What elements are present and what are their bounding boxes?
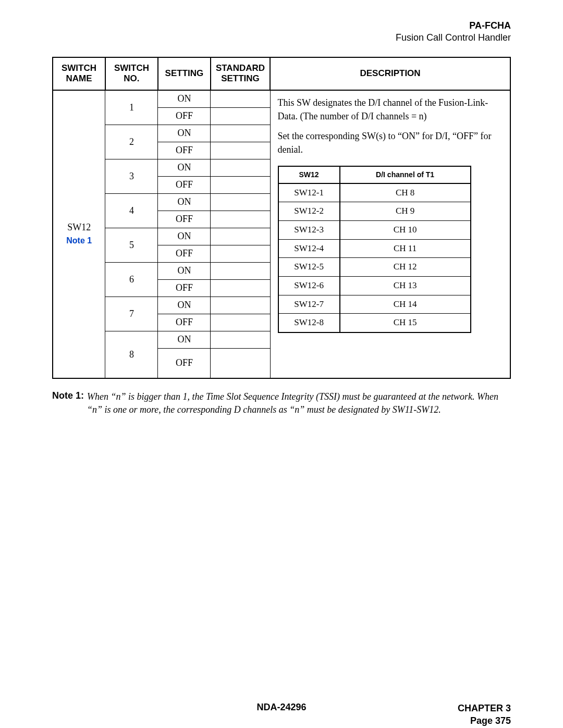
note-1-link[interactable]: Note 1 [66, 236, 92, 245]
header-subtitle: Fusion Call Control Handler [52, 32, 511, 44]
inner-cell: SW12-8 [278, 314, 340, 332]
setting-on: ON [158, 262, 211, 279]
di-channel-table: SW12 D/I channel of T1 SW12-1CH 8 SW12-2… [278, 166, 471, 333]
footer-chapter: CHAPTER 3 [456, 702, 511, 714]
std-cell [211, 193, 270, 211]
inner-cell: CH 14 [340, 295, 471, 314]
description-cell: This SW designates the D/I channel of th… [270, 90, 510, 378]
inner-cell: SW12-6 [278, 276, 340, 295]
switch-no-cell: 5 [105, 228, 158, 262]
setting-on: ON [158, 90, 211, 108]
setting-off: OFF [158, 245, 211, 262]
inner-cell: CH 15 [340, 314, 471, 332]
std-cell [211, 279, 270, 297]
inner-cell: SW12-5 [278, 258, 340, 277]
switch-no-cell: 4 [105, 193, 158, 228]
switch-no-cell: 3 [105, 159, 158, 193]
std-cell [211, 228, 270, 245]
setting-on: ON [158, 159, 211, 176]
switch-no-cell: 1 [105, 90, 158, 125]
inner-cell: SW12-2 [278, 202, 340, 221]
std-cell [211, 90, 270, 108]
footer-page: Page 375 [456, 714, 511, 727]
desc-paragraph-2: Set the corresponding SW(s) to “ON” for … [278, 129, 503, 156]
setting-off: OFF [158, 107, 211, 125]
std-cell [211, 314, 270, 331]
setting-off: OFF [158, 314, 211, 331]
setting-on: ON [158, 125, 211, 142]
std-cell [211, 297, 270, 314]
setting-off: OFF [158, 348, 211, 378]
switch-no-cell: 7 [105, 297, 158, 331]
header-code: PA-FCHA [52, 20, 511, 32]
setting-off: OFF [158, 176, 211, 193]
std-cell [211, 211, 270, 228]
std-cell [211, 159, 270, 176]
setting-on: ON [158, 297, 211, 314]
th-switch-name: SWITCH NAME [53, 57, 105, 90]
std-cell [211, 107, 270, 125]
std-cell [211, 331, 270, 348]
std-cell [211, 245, 270, 262]
desc-paragraph-1: This SW designates the D/I channel of th… [278, 96, 503, 123]
std-cell [211, 142, 270, 159]
switch-name-text: SW12 [67, 222, 91, 232]
setting-off: OFF [158, 279, 211, 297]
std-cell [211, 262, 270, 279]
inner-cell: SW12-1 [278, 183, 340, 202]
inner-cell: CH 13 [340, 276, 471, 295]
th-std-setting: STANDARD SETTING [211, 57, 270, 90]
inner-th-sw12: SW12 [278, 166, 340, 183]
note-1-text: When “n” is bigger than 1, the Time Slot… [87, 390, 511, 416]
inner-cell: CH 10 [340, 221, 471, 240]
inner-cell: SW12-7 [278, 295, 340, 314]
inner-th-di: D/I channel of T1 [340, 166, 471, 183]
note-1: Note 1: When “n” is bigger than 1, the T… [52, 390, 511, 416]
th-description: DESCRIPTION [270, 57, 510, 90]
setting-off: OFF [158, 211, 211, 228]
note-1-label: Note 1: [52, 390, 84, 416]
th-setting: SETTING [158, 57, 211, 90]
switch-no-cell: 6 [105, 262, 158, 297]
page-header: PA-FCHA Fusion Call Control Handler [52, 20, 511, 44]
std-cell [211, 348, 270, 378]
footer-doc-number: NDA-24296 [52, 702, 511, 713]
inner-cell: SW12-3 [278, 221, 340, 240]
std-cell [211, 176, 270, 193]
inner-cell: CH 9 [340, 202, 471, 221]
inner-cell: CH 8 [340, 183, 471, 202]
setting-on: ON [158, 228, 211, 245]
switch-no-cell: 2 [105, 125, 158, 159]
footer-right: CHAPTER 3 Page 375 Revision 1.0 [456, 702, 511, 728]
th-switch-no: SWITCH NO. [105, 57, 158, 90]
switch-name-cell: SW12 Note 1 [53, 90, 105, 378]
switch-table: SWITCH NAME SWITCH NO. SETTING STANDARD … [52, 57, 511, 379]
inner-cell: CH 12 [340, 258, 471, 277]
std-cell [211, 125, 270, 142]
setting-on: ON [158, 331, 211, 348]
inner-cell: SW12-4 [278, 239, 340, 258]
page: PA-FCHA Fusion Call Control Handler SWIT… [0, 0, 563, 728]
setting-off: OFF [158, 142, 211, 159]
inner-cell: CH 11 [340, 239, 471, 258]
setting-on: ON [158, 193, 211, 211]
switch-no-cell: 8 [105, 331, 158, 378]
